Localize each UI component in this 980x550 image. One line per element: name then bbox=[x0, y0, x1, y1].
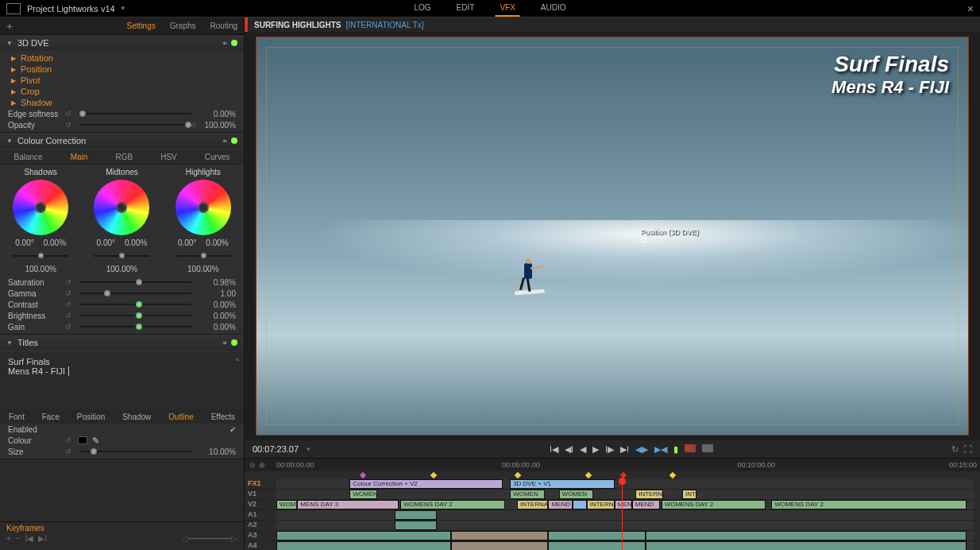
clip[interactable]: INTERNA bbox=[635, 490, 663, 499]
play-back-icon[interactable]: ◀ bbox=[580, 444, 586, 455]
dve-rotation[interactable]: ▶Rotation bbox=[0, 52, 244, 64]
clip[interactable]: WOMENS DAY 2 bbox=[662, 500, 766, 509]
loop-icon[interactable]: ↻ bbox=[951, 444, 959, 455]
fullscreen-icon[interactable]: ⛶ bbox=[963, 444, 972, 454]
menu-icon[interactable] bbox=[6, 3, 21, 14]
panel-header-3d-dve[interactable]: ▼ 3D DVE ⚭ bbox=[0, 35, 244, 51]
cc-saturation[interactable]: Saturation↺0.98% bbox=[0, 277, 244, 288]
cc-highlights-wheel[interactable] bbox=[176, 180, 231, 235]
cc-shadows-wheel[interactable] bbox=[13, 180, 68, 235]
title-enabled[interactable]: Enabled✔ bbox=[0, 424, 244, 435]
goto-start-icon[interactable]: I◀ bbox=[550, 444, 558, 455]
dve-position[interactable]: ▶Position bbox=[0, 64, 244, 75]
tab-edit[interactable]: EDIT bbox=[452, 0, 480, 17]
cc-tab-hsv[interactable]: HSV bbox=[160, 153, 177, 161]
enabled-dot-icon[interactable] bbox=[231, 40, 237, 46]
title-tab-outline[interactable]: Outline bbox=[168, 412, 194, 421]
track-label-fx1[interactable]: FX1 bbox=[245, 479, 275, 490]
playhead[interactable] bbox=[622, 479, 623, 550]
clip[interactable]: WOMEN bbox=[510, 490, 545, 499]
play-icon[interactable]: ▶ bbox=[592, 444, 599, 455]
mark-in-icon[interactable]: ◀▶ bbox=[635, 444, 648, 455]
cc-midtones-slider[interactable] bbox=[94, 255, 149, 257]
track-label-a2[interactable]: A2 bbox=[245, 521, 275, 531]
kf-prev-icon[interactable]: I◀ bbox=[25, 534, 34, 543]
clip[interactable]: MEN bbox=[615, 500, 632, 509]
step-back-icon[interactable]: ◀I bbox=[565, 444, 573, 455]
title-tab-font[interactable]: Font bbox=[9, 412, 25, 421]
clip[interactable]: MEND bbox=[548, 500, 573, 509]
chevron-down-icon[interactable]: ▼ bbox=[120, 5, 126, 12]
dve-edge-softness[interactable]: Edge softness↺ 0.00% bbox=[0, 108, 244, 119]
link-icon[interactable]: ⚭ bbox=[222, 39, 228, 48]
marker-row[interactable] bbox=[276, 471, 980, 479]
kf-next-icon[interactable]: ▶I bbox=[38, 534, 47, 543]
clip[interactable]: WOMEN bbox=[559, 490, 594, 499]
sidebar-tab-settings[interactable]: Settings bbox=[127, 21, 156, 30]
title-tab-shadow[interactable]: Shadow bbox=[122, 412, 151, 421]
cc-tab-curves[interactable]: Curves bbox=[205, 153, 230, 161]
cc-gamma[interactable]: Gamma↺1.00 bbox=[0, 288, 244, 299]
panel-header-titles[interactable]: ▼ Titles ⚭ bbox=[0, 335, 244, 351]
step-fwd-icon[interactable]: I▶ bbox=[605, 444, 614, 455]
clip[interactable]: WOMEN bbox=[349, 490, 377, 499]
cc-midtones-wheel[interactable] bbox=[94, 180, 149, 235]
track-label-a4[interactable]: A4 bbox=[245, 541, 275, 550]
title-tab-effects[interactable]: Effects bbox=[211, 412, 235, 421]
tracks-area[interactable]: Colour Correction + V2 3D DVE + V1 WOMEN… bbox=[276, 479, 974, 550]
cc-highlights-slider[interactable] bbox=[176, 255, 231, 257]
panel-header-cc[interactable]: ▼ Colour Correction ⚭ bbox=[0, 133, 244, 149]
title-tab-position[interactable]: Position bbox=[77, 412, 106, 421]
cc-brightness[interactable]: Brightness↺0.00% bbox=[0, 310, 244, 321]
project-title[interactable]: Project Lightworks v14 bbox=[27, 4, 115, 14]
tool-a-icon[interactable] bbox=[685, 444, 696, 452]
add-effect-icon[interactable]: + bbox=[6, 20, 13, 33]
title-tab-face[interactable]: Face bbox=[42, 412, 60, 421]
track-label-a3[interactable]: A3 bbox=[245, 531, 275, 541]
clip[interactable]: INTERNA bbox=[587, 500, 615, 509]
sidebar-tab-routing[interactable]: Routing bbox=[210, 21, 237, 30]
clip[interactable]: Colour Correction + V2 bbox=[349, 479, 503, 489]
timecode[interactable]: 00:07:23.07 bbox=[253, 444, 299, 454]
track-label-v2[interactable]: V2 bbox=[245, 500, 275, 510]
title-colour[interactable]: Colour↺✎ bbox=[0, 435, 244, 446]
cc-shadows-slider[interactable] bbox=[13, 255, 68, 257]
tab-log[interactable]: LOG bbox=[409, 0, 435, 17]
position-marker[interactable]: Position (3D DVE) bbox=[641, 228, 699, 244]
mark-out-icon[interactable]: ▶◀ bbox=[654, 444, 667, 455]
tab-vfx[interactable]: VFX bbox=[495, 0, 519, 17]
link-icon[interactable]: ⚭ bbox=[222, 137, 228, 145]
cc-tab-rgb[interactable]: RGB bbox=[115, 153, 133, 161]
tab-audio[interactable]: AUDIO bbox=[536, 0, 571, 17]
clip[interactable]: WOMENS DAY 2 bbox=[400, 500, 505, 509]
clip[interactable]: WOMENS DAY 2 bbox=[771, 500, 966, 509]
zoom-out-icon[interactable]: ⊖ bbox=[249, 461, 256, 469]
tool-b-icon[interactable] bbox=[702, 444, 713, 452]
cc-tab-main[interactable]: Main bbox=[71, 153, 88, 161]
clip[interactable] bbox=[573, 500, 587, 509]
goto-end-icon[interactable]: ▶I bbox=[620, 444, 629, 455]
enabled-dot-icon[interactable] bbox=[231, 138, 237, 144]
clip[interactable]: 3D DVE + V1 bbox=[510, 479, 615, 489]
zoom-in-icon[interactable]: ⊕ bbox=[259, 461, 265, 469]
video-viewport[interactable]: Position (3D DVE) Surf Finals Mens R4 - … bbox=[256, 37, 969, 436]
link-icon[interactable]: ⚭ bbox=[222, 339, 228, 347]
close-icon[interactable]: × bbox=[967, 2, 974, 15]
marker-icon[interactable]: ▮ bbox=[673, 444, 678, 455]
kf-remove-icon[interactable]: − bbox=[16, 534, 21, 543]
dve-shadow[interactable]: ▶Shadow bbox=[0, 97, 244, 108]
chevron-down-icon[interactable]: ▼ bbox=[305, 446, 311, 453]
clip[interactable]: MEND bbox=[632, 500, 660, 509]
cc-contrast[interactable]: Contrast↺0.00% bbox=[0, 299, 244, 310]
clip[interactable]: INTERNA bbox=[517, 500, 549, 509]
title-size[interactable]: Size↺10.00% bbox=[0, 446, 244, 457]
clip[interactable]: WOM bbox=[276, 500, 297, 509]
cc-tab-balance[interactable]: Balance bbox=[14, 153, 43, 161]
timeline-ruler[interactable]: ⊖⊕ 00:00:00.00 00:05:00.00 00:10:00.00 0… bbox=[245, 459, 980, 471]
dve-pivot[interactable]: ▶Pivot bbox=[0, 75, 244, 86]
clip[interactable]: MENS DAY 3 bbox=[297, 500, 398, 509]
cc-gain[interactable]: Gain↺0.00% bbox=[0, 321, 244, 332]
sidebar-tab-graphs[interactable]: Graphs bbox=[170, 21, 196, 30]
enabled-dot-icon[interactable] bbox=[231, 339, 237, 346]
track-label-v1[interactable]: V1 bbox=[245, 490, 275, 500]
